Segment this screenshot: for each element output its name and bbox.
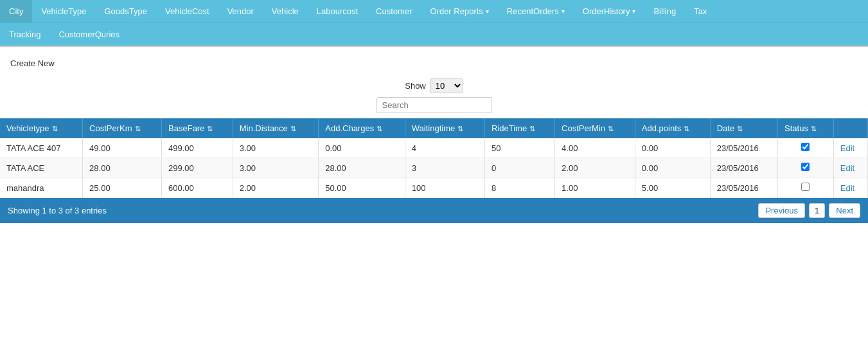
show-row: Show 102550100 — [405, 78, 463, 93]
cell-basefare: 299.00 — [162, 158, 233, 178]
cell-min_distance: 2.00 — [233, 178, 319, 198]
navbar-item-customerquries[interactable]: CustomerQuries — [49, 23, 128, 46]
cell-add_charges: 50.00 — [319, 178, 405, 198]
table-header-row: Vehicletype⇅CostPerKm⇅BaseFare⇅Min.Dista… — [0, 118, 868, 138]
controls-area: Show 102550100 — [0, 78, 868, 113]
cell-min_distance: 3.00 — [233, 138, 319, 158]
navbar-item-labourcost[interactable]: Labourcost — [308, 0, 367, 23]
cell-action: Edit — [833, 138, 867, 158]
col-header-vehicletype[interactable]: Vehicletype⇅ — [0, 118, 83, 138]
table-wrapper: Vehicletype⇅CostPerKm⇅BaseFare⇅Min.Dista… — [0, 118, 868, 198]
cell-costperkm: 49.00 — [83, 138, 162, 158]
pagination: Previous 1 Next — [758, 203, 860, 218]
col-header-add_charges[interactable]: Add.Charges⇅ — [319, 118, 405, 138]
status-checkbox[interactable] — [801, 183, 810, 191]
table-row: TATA ACE28.00299.003.0028.00302.000.0023… — [0, 158, 868, 178]
sort-icon: ⇅ — [737, 125, 743, 132]
edit-link[interactable]: Edit — [840, 163, 855, 173]
table-row: mahandra25.00600.002.0050.0010081.005.00… — [0, 178, 868, 198]
cell-status — [778, 178, 834, 198]
prev-button[interactable]: Previous — [758, 203, 805, 218]
cell-costpermin: 1.00 — [555, 178, 635, 198]
dropdown-arrow-icon: ▾ — [486, 8, 489, 15]
cell-add_points: 5.00 — [635, 178, 710, 198]
cell-ridetime: 0 — [484, 158, 554, 178]
sort-icon: ⇅ — [135, 125, 141, 132]
navbar-item-orderhistory[interactable]: OrderHistory ▾ — [574, 0, 645, 23]
data-table: Vehicletype⇅CostPerKm⇅BaseFare⇅Min.Dista… — [0, 118, 868, 198]
next-button[interactable]: Next — [829, 203, 860, 218]
navbar-row2: TrackingCustomerQuries — [0, 23, 868, 47]
navbar-item-customer[interactable]: Customer — [367, 0, 421, 23]
cell-min_distance: 3.00 — [233, 158, 319, 178]
cell-status — [778, 158, 834, 178]
cell-costpermin: 4.00 — [555, 138, 635, 158]
col-header-min_distance[interactable]: Min.Distance⇅ — [233, 118, 319, 138]
col-header-status[interactable]: Status⇅ — [778, 118, 834, 138]
status-checkbox[interactable] — [801, 143, 810, 151]
cell-date: 23/05/2016 — [710, 158, 777, 178]
navbar-item-vehiclecost[interactable]: VehicleCost — [156, 0, 218, 23]
sort-icon: ⇅ — [207, 125, 213, 132]
sort-icon: ⇅ — [529, 125, 535, 132]
navbar-item-billing[interactable]: Billing — [644, 0, 685, 23]
cell-costperkm: 25.00 — [83, 178, 162, 198]
sort-icon: ⇅ — [684, 125, 689, 132]
navbar-item-order-reports[interactable]: Order Reports ▾ — [421, 0, 497, 23]
show-select[interactable]: 102550100 — [430, 78, 463, 93]
navbar-item-tracking[interactable]: Tracking — [0, 23, 49, 46]
table-row: TATA ACE 40749.00499.003.000.004504.000.… — [0, 138, 868, 158]
create-new-link[interactable]: Create New — [0, 53, 868, 73]
table-footer: Showing 1 to 3 of 3 entries Previous 1 N… — [0, 198, 868, 223]
cell-date: 23/05/2016 — [710, 138, 777, 158]
dropdown-arrow-icon: ▾ — [632, 8, 635, 15]
cell-vehicletype: mahandra — [0, 178, 83, 198]
cell-add_charges: 0.00 — [319, 138, 405, 158]
navbar-item-vehicletype[interactable]: VehicleType — [32, 0, 95, 23]
current-page: 1 — [809, 203, 825, 218]
cell-add_points: 0.00 — [635, 158, 710, 178]
cell-basefare: 499.00 — [162, 138, 233, 158]
cell-basefare: 600.00 — [162, 178, 233, 198]
sort-icon: ⇅ — [290, 125, 296, 132]
col-header-costperkm[interactable]: CostPerKm⇅ — [83, 118, 162, 138]
col-header-waitingtime[interactable]: Waitingtime⇅ — [405, 118, 484, 138]
col-header-date[interactable]: Date⇅ — [710, 118, 777, 138]
cell-action: Edit — [833, 178, 867, 198]
col-header-add_points[interactable]: Add.points⇅ — [635, 118, 710, 138]
dropdown-arrow-icon: ▾ — [562, 8, 565, 15]
sort-icon: ⇅ — [376, 125, 382, 132]
sort-icon: ⇅ — [457, 125, 463, 132]
sort-icon: ⇅ — [608, 125, 614, 132]
table-body: TATA ACE 40749.00499.003.000.004504.000.… — [0, 138, 868, 198]
cell-vehicletype: TATA ACE — [0, 158, 83, 178]
edit-link[interactable]: Edit — [840, 183, 855, 193]
cell-action: Edit — [833, 158, 867, 178]
col-header-ridetime[interactable]: RideTime⇅ — [484, 118, 554, 138]
cell-costpermin: 2.00 — [555, 158, 635, 178]
cell-ridetime: 50 — [484, 138, 554, 158]
main-content: Create New Show 102550100 Vehicletype⇅Co… — [0, 47, 868, 223]
status-checkbox[interactable] — [801, 163, 810, 171]
cell-add_charges: 28.00 — [319, 158, 405, 178]
cell-add_points: 0.00 — [635, 138, 710, 158]
show-label: Show — [405, 81, 426, 91]
cell-costperkm: 28.00 — [83, 158, 162, 178]
cell-waitingtime: 100 — [405, 178, 484, 198]
sort-icon: ⇅ — [811, 125, 817, 132]
cell-status — [778, 138, 834, 158]
navbar-item-city[interactable]: City — [0, 0, 32, 23]
navbar-item-goodstype[interactable]: GoodsType — [96, 0, 157, 23]
col-header-basefare[interactable]: BaseFare⇅ — [162, 118, 233, 138]
search-input[interactable] — [376, 97, 492, 113]
col-header-costpermin[interactable]: CostPerMin⇅ — [555, 118, 635, 138]
navbar-item-vehicle[interactable]: Vehicle — [263, 0, 308, 23]
sort-icon: ⇅ — [52, 125, 58, 132]
cell-waitingtime: 3 — [405, 158, 484, 178]
cell-vehicletype: TATA ACE 407 — [0, 138, 83, 158]
edit-link[interactable]: Edit — [840, 143, 855, 153]
navbar-item-recentorders[interactable]: RecentOrders ▾ — [498, 0, 574, 23]
navbar-item-vendor[interactable]: Vendor — [218, 0, 263, 23]
navbar-item-tax[interactable]: Tax — [685, 0, 716, 23]
table-head: Vehicletype⇅CostPerKm⇅BaseFare⇅Min.Dista… — [0, 118, 868, 138]
